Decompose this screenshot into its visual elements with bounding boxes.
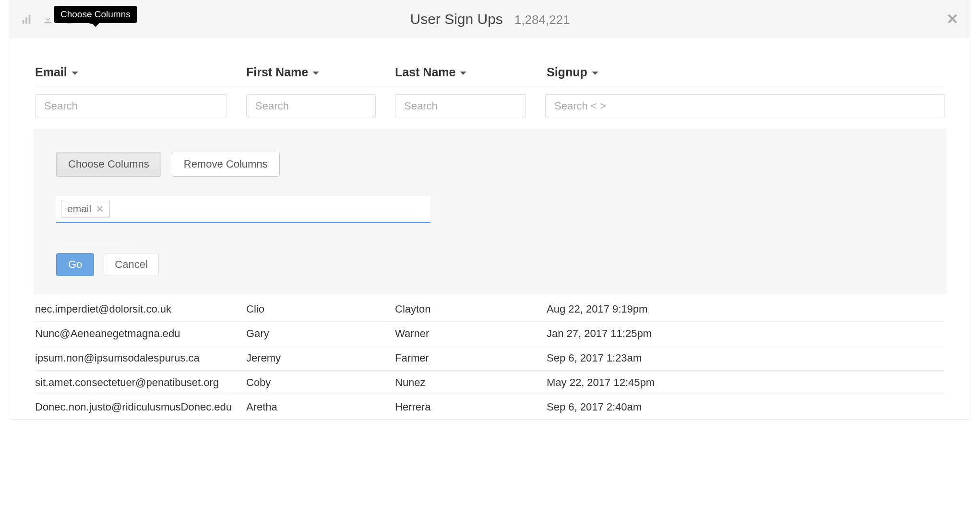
remove-tag-icon[interactable]: ✕ [96, 204, 104, 215]
column-header-signup[interactable]: Signup [547, 65, 599, 79]
tab-remove-columns[interactable]: Remove Columns [172, 152, 280, 177]
download-icon[interactable] [43, 14, 53, 24]
table-row: Nunc@Aeneanegetmagna.edu Gary Warner Jan… [35, 321, 945, 346]
cell-email: nec.imperdiet@dolorsit.co.uk [35, 303, 246, 315]
header-bar: User Sign Ups 1,284,221 ✕ [10, 0, 970, 38]
app-window: User Sign Ups 1,284,221 ✕ Email First Na… [10, 0, 970, 420]
table-row: Donec.non.justo@ridiculusmusDonec.edu Ar… [35, 395, 945, 419]
search-input-first[interactable] [246, 94, 376, 118]
svg-rect-0 [23, 20, 24, 24]
svg-rect-1 [25, 17, 27, 24]
column-header-first-name[interactable]: First Name [246, 65, 320, 79]
tab-choose-columns[interactable]: Choose Columns [56, 152, 161, 177]
cell-first: Gary [246, 327, 395, 340]
cell-first: Jeremy [246, 352, 395, 364]
column-header-label: Email [35, 65, 67, 79]
search-input-signup[interactable] [545, 94, 945, 118]
data-rows: nec.imperdiet@dolorsit.co.uk Clio Clayto… [35, 294, 945, 419]
search-row [35, 94, 945, 118]
tag-label: email [67, 203, 91, 215]
panel-tabs: Choose Columns Remove Columns [56, 152, 924, 177]
content-area: Email First Name Last Name [10, 65, 970, 419]
cell-email: ipsum.non@ipsumsodalespurus.ca [35, 352, 246, 364]
cell-first: Coby [246, 376, 395, 389]
search-input-last[interactable] [395, 94, 526, 118]
header-title: User Sign Ups 1,284,221 [410, 11, 570, 27]
cell-last: Herrera [395, 401, 547, 413]
cell-last: Farmer [395, 352, 547, 364]
bar-chart-icon[interactable] [22, 14, 32, 24]
column-header-label: Last Name [395, 65, 455, 79]
cell-signup: Sep 6, 2017 1:23am [547, 352, 945, 364]
cell-email: Nunc@Aeneanegetmagna.edu [35, 327, 246, 340]
go-button[interactable]: Go [56, 253, 94, 276]
column-chooser-panel: Choose Columns Remove Columns email ✕ Go… [33, 129, 947, 294]
column-headers: Email First Name Last Name [35, 65, 945, 86]
panel-actions: Go Cancel [56, 253, 924, 276]
tooltip-choose-columns: Choose Columns [54, 6, 137, 23]
table-row: ipsum.non@ipsumsodalespurus.ca Jeremy Fa… [35, 346, 945, 370]
selected-columns-input[interactable]: email ✕ [56, 196, 430, 223]
cell-email: Donec.non.justo@ridiculusmusDonec.edu [35, 401, 246, 413]
cell-first: Aretha [246, 401, 395, 413]
table-row: sit.amet.consectetuer@penatibuset.org Co… [35, 370, 945, 395]
cell-signup: Sep 6, 2017 2:40am [547, 401, 945, 413]
cell-first: Clio [246, 303, 395, 315]
column-header-label: First Name [246, 65, 308, 79]
record-count: 1,284,221 [514, 12, 570, 27]
cell-last: Nunez [395, 376, 547, 389]
cell-last: Warner [395, 327, 547, 340]
table-row: nec.imperdiet@dolorsit.co.uk Clio Clayto… [35, 294, 945, 321]
chevron-down-icon [312, 65, 320, 79]
cell-signup: Aug 22, 2017 9:19pm [547, 303, 945, 315]
close-icon[interactable]: ✕ [946, 12, 958, 26]
column-header-last-name[interactable]: Last Name [395, 65, 467, 79]
cell-signup: May 22, 2017 12:45pm [547, 376, 945, 389]
svg-rect-2 [29, 15, 31, 24]
cancel-button[interactable]: Cancel [104, 253, 158, 276]
column-header-label: Signup [547, 65, 587, 79]
chevron-down-icon [591, 65, 599, 79]
page-title: User Sign Ups [410, 11, 502, 27]
divider [56, 245, 128, 245]
cell-signup: Jan 27, 2017 11:25pm [547, 327, 945, 340]
chevron-down-icon [459, 65, 467, 79]
cell-email: sit.amet.consectetuer@penatibuset.org [35, 376, 246, 389]
search-input-email[interactable] [35, 94, 227, 118]
column-header-email[interactable]: Email [35, 65, 79, 79]
cell-last: Clayton [395, 303, 547, 315]
selected-column-tag: email ✕ [61, 200, 110, 218]
chevron-down-icon [71, 65, 79, 79]
